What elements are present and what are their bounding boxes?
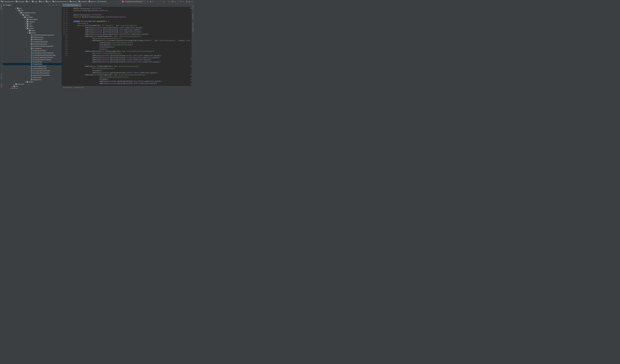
git-revert-icon[interactable] (182, 0, 184, 3)
tree-node-producteditviewcontributor[interactable]: CProductEditViewContributor (2, 59, 62, 61)
tree-node-commonpricedatacomponents[interactable]: CCommonPriceDataComponents (2, 34, 62, 36)
breadcrumb-catalog[interactable]: catalog (69, 1, 77, 3)
tree-twisty-icon[interactable]: ▸ (27, 32, 29, 34)
rerun-icon[interactable] (165, 0, 167, 3)
tree-node-test[interactable]: ▸test (2, 85, 62, 88)
tree-node-support[interactable]: ▸support (2, 81, 62, 83)
tree-node-resources[interactable]: ▸resources (2, 83, 62, 85)
hide-icon[interactable] (58, 4, 61, 6)
mark[interactable] (190, 81, 191, 81)
tree-node-productforms[interactable]: CProductForms (2, 63, 62, 65)
breadcrumb-catalogservices[interactable]: CatalogServices (1, 1, 14, 3)
mark[interactable] (190, 59, 191, 59)
mark[interactable] (190, 8, 191, 8)
tree-node-variantfields[interactable]: CVariantFields (2, 76, 62, 79)
tree-node-productbulkupdateoperationtype[interactable]: CProductBulkUpdateOperationType (2, 54, 62, 56)
breadcrumb-java[interactable]: java (39, 1, 44, 3)
search-icon[interactable] (191, 0, 193, 3)
back-icon[interactable] (118, 0, 120, 3)
tool-jrebel[interactable]: JRebel (0, 83, 2, 88)
run-icon[interactable] (147, 0, 149, 3)
tree-node-pricingmodel[interactable]: EPricingModel (2, 47, 62, 50)
tree-node-productassetfields[interactable]: CProductAssetFields (2, 50, 62, 52)
tool-project[interactable]: 1: Project (0, 4, 2, 10)
stop-icon[interactable] (168, 0, 170, 3)
breadcrumb-productfo[interactable]: CProductFo (97, 1, 107, 3)
tree-node-broadleafcommerce[interactable]: ▾broadleafcommerce (2, 12, 62, 14)
git-commit-icon[interactable] (177, 0, 179, 3)
collapse-icon[interactable] (52, 4, 54, 6)
tool-bean[interactable]: Bean Validation (192, 22, 194, 33)
tree-node-fulfillmenttype[interactable]: EFulfillmentType (2, 38, 62, 41)
tree-node-dimensionunits[interactable]: EDimensionUnits (2, 36, 62, 38)
mark[interactable] (190, 84, 191, 84)
tree-twisty-icon[interactable]: ▸ (25, 25, 26, 27)
tree-node-includedproductfields[interactable]: CIncludedProductFields (2, 41, 62, 43)
tree-node-productbrowseviewcontributor[interactable]: CProductBrowseViewContributor (2, 52, 62, 54)
bc-class[interactable]: ProductForms (63, 87, 72, 88)
tree-node-metadata[interactable]: ▾metadata (2, 16, 62, 18)
coverage-icon[interactable] (152, 0, 154, 3)
bc-method[interactable]: generalForm() (74, 87, 84, 88)
tree-node-option[interactable]: ▸option (2, 25, 62, 27)
tree-node-i18n[interactable]: ▸i18n (2, 23, 62, 25)
tree-twisty-icon[interactable]: ▸ (11, 86, 13, 87)
run-config-selector[interactable]: <TargetedContentRenderer> (121, 0, 146, 3)
tree-node-catalog[interactable]: ▾catalog (2, 14, 62, 16)
breadcrumb-main[interactable]: main (32, 1, 38, 3)
gear-icon[interactable] (55, 4, 57, 6)
tree-node-productoptionforms[interactable]: CProductOptionForms (2, 67, 62, 70)
tree-node-specificitemchoicefields[interactable]: CSpecificItemChoiceFields (2, 74, 62, 76)
debug-icon[interactable] (149, 0, 152, 3)
tree-node-promotionalproducttype[interactable]: CPromotionalProductType (2, 72, 62, 74)
jrebel-run-icon[interactable] (160, 0, 162, 3)
ide-layout-icon[interactable] (186, 0, 188, 3)
breadcrumb-metadata[interactable]: metadata (78, 1, 87, 3)
tree-twisty-icon[interactable]: ▸ (13, 83, 15, 85)
tool-maven[interactable]: mMaven (192, 4, 194, 11)
tree-node-productoptionfields[interactable]: CProductOptionFields (2, 65, 62, 67)
git-history-icon[interactable] (179, 0, 182, 3)
tree-node-product[interactable]: ▾product (2, 27, 62, 30)
mark[interactable] (190, 78, 191, 78)
tool-structure[interactable]: 7: Structure (0, 73, 2, 81)
tree-twisty-icon[interactable]: ▾ (15, 7, 16, 9)
jrebel-debug-icon[interactable] (162, 0, 165, 3)
ide-layout2-icon[interactable] (188, 0, 191, 3)
tree-node-productcreateviewcontributor[interactable]: CProductCreateViewContributor (2, 56, 62, 59)
breadcrumb-com[interactable]: com (46, 1, 51, 3)
mark[interactable] (190, 66, 191, 66)
tree-node-java[interactable]: ▾java (2, 7, 62, 9)
tree-node-productfields[interactable]: CProductFields (2, 61, 62, 63)
tree-node-pricing[interactable]: ▸pricing (2, 32, 62, 34)
tree-node-com[interactable]: ▾com (2, 9, 62, 12)
tree-twisty-icon[interactable]: ▸ (25, 21, 26, 23)
locate-icon[interactable] (48, 4, 51, 6)
breadcrumb-broadleafcommerce[interactable]: broadleafcommerce (52, 1, 68, 3)
tree-twisty-icon[interactable]: ▸ (10, 88, 11, 89)
breadcrumb-product[interactable]: product (88, 1, 96, 3)
project-tree[interactable]: ▾java▾com▾broadleafcommerce▾catalog▾meta… (2, 7, 62, 89)
tree-twisty-icon[interactable]: ▸ (27, 30, 29, 31)
git-update-icon[interactable] (174, 0, 176, 3)
mark[interactable] (190, 74, 191, 75)
tab-productforms[interactable]: C ProductForms.java ✕ (62, 3, 81, 7)
tree-twisty-icon[interactable]: ▾ (25, 28, 26, 29)
tree-node-autoconfigure[interactable]: ▸autoconfigure (2, 18, 62, 21)
tree-node-option[interactable]: ▸option (2, 30, 62, 32)
tree-twisty-icon[interactable]: ▾ (20, 14, 22, 16)
tree-twisty-icon[interactable]: ▾ (22, 16, 24, 18)
attach-icon[interactable] (157, 0, 160, 3)
tree-twisty-icon[interactable]: ▸ (25, 19, 26, 20)
breadcrumb-metadata[interactable]: metadata (16, 1, 24, 3)
marker-bar[interactable] (190, 7, 192, 86)
tree-node-category[interactable]: ▸category (2, 21, 62, 23)
editor-code[interactable]: @Getter(AccessLevel.PROTECTED) private f… (69, 7, 190, 86)
tree-node-weightunits[interactable]: EWeightUnits (2, 79, 62, 81)
tree-node-includedproducttype[interactable]: EIncludedProductType (2, 43, 62, 45)
tree-twisty-icon[interactable]: ▸ (25, 23, 26, 25)
close-tab-icon[interactable]: ✕ (79, 4, 80, 6)
tree-twisty-icon[interactable]: ▸ (25, 81, 26, 83)
tree-twisty-icon[interactable]: ▾ (16, 10, 18, 11)
profiler-icon[interactable] (155, 0, 157, 3)
